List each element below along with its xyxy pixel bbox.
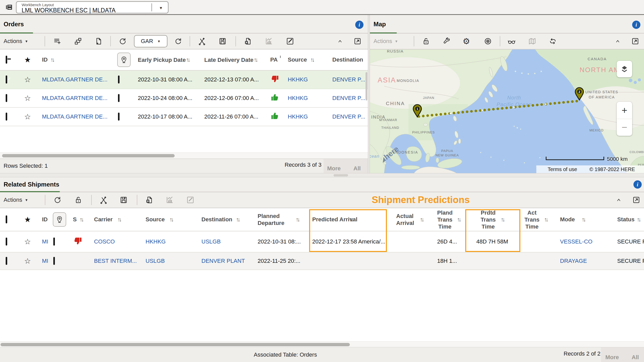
select-all-checkbox[interactable] bbox=[6, 215, 7, 223]
sort-icon[interactable] bbox=[420, 216, 423, 223]
destination-link[interactable]: DENVER P... bbox=[332, 113, 365, 120]
refresh-icon[interactable] bbox=[52, 195, 62, 205]
refresh-icon[interactable] bbox=[117, 36, 128, 46]
scrollbar-thumb[interactable] bbox=[2, 154, 175, 157]
shipment-id-link[interactable]: MI bbox=[42, 238, 48, 245]
column-pland-trans-time[interactable]: Pland Trans Time bbox=[434, 209, 455, 230]
column-carrier[interactable]: Carrier bbox=[94, 216, 113, 223]
open-in-new-window-icon[interactable] bbox=[352, 36, 363, 46]
unlock-icon[interactable] bbox=[421, 36, 431, 46]
sort-icon[interactable] bbox=[349, 216, 352, 223]
order-row[interactable]: MLDATA.GARTNER DE... 2022-10-31 08:00 A.… bbox=[0, 71, 368, 89]
s-checkbox[interactable] bbox=[53, 238, 55, 246]
favorite-star-icon[interactable] bbox=[24, 75, 31, 84]
map-actions-button[interactable]: Actions▼ bbox=[374, 38, 398, 45]
source-link[interactable]: HKHKG bbox=[288, 95, 308, 102]
sync-icon[interactable] bbox=[548, 36, 558, 46]
shipment-id-link[interactable]: MI bbox=[42, 258, 48, 264]
info-icon[interactable]: i bbox=[632, 21, 640, 29]
map-pin-column-button[interactable] bbox=[117, 53, 131, 67]
order-id-link[interactable]: MLDATA.GARTNER DE... bbox=[42, 76, 107, 83]
source-link[interactable]: HKHKG bbox=[146, 238, 166, 245]
column-s[interactable]: S bbox=[73, 216, 77, 223]
scrollbar-thumb[interactable] bbox=[1, 343, 350, 346]
mode-link[interactable]: DRAYAGE bbox=[560, 258, 587, 264]
wrench-icon[interactable] bbox=[442, 36, 452, 46]
collapse-panel-icon[interactable] bbox=[614, 195, 624, 205]
column-planned-departure[interactable]: Planned Departure bbox=[258, 213, 292, 226]
row-checkbox[interactable] bbox=[6, 238, 7, 246]
info-icon[interactable]: i bbox=[355, 21, 363, 29]
edit-icon[interactable] bbox=[185, 195, 196, 205]
source-link[interactable]: HKHKG bbox=[288, 113, 308, 120]
add-to-list-icon[interactable] bbox=[52, 36, 63, 46]
more-button[interactable]: More bbox=[327, 165, 341, 172]
sort-icon[interactable] bbox=[637, 216, 640, 223]
s-checkbox[interactable] bbox=[53, 257, 55, 265]
column-actual-arrival[interactable]: Actual Arrival bbox=[396, 213, 418, 226]
column-pa[interactable]: PA bbox=[270, 56, 278, 63]
map-layers-icon[interactable] bbox=[527, 36, 537, 46]
sort-icon[interactable] bbox=[117, 216, 121, 223]
shipment-row[interactable]: MI COSCO HKHKG USLGB 2022-10-31 08:... 2… bbox=[0, 231, 644, 252]
map-layers-button[interactable] bbox=[617, 61, 632, 77]
terms-of-use-link[interactable]: Terms of use bbox=[548, 166, 577, 172]
more-button[interactable]: More bbox=[605, 354, 619, 361]
glasses-icon[interactable] bbox=[506, 36, 517, 46]
map-pin-checkbox[interactable] bbox=[118, 94, 120, 102]
destination-link[interactable]: DENVER P... bbox=[332, 95, 365, 102]
open-in-new-window-icon[interactable] bbox=[631, 195, 641, 205]
sort-icon[interactable] bbox=[254, 56, 257, 63]
cut-icon[interactable] bbox=[98, 195, 109, 205]
cut-icon[interactable] bbox=[197, 36, 207, 46]
sort-icon[interactable] bbox=[582, 216, 585, 223]
order-row[interactable]: MLDATA.GARTNER DE... 2022-10-17 08:00 A.… bbox=[0, 108, 368, 126]
favorite-star-icon[interactable] bbox=[24, 94, 31, 103]
info-icon[interactable]: i bbox=[633, 180, 642, 189]
column-mode[interactable]: Mode bbox=[560, 216, 575, 223]
destination-link[interactable]: DENVER P... bbox=[332, 76, 365, 83]
shipments-actions-button[interactable]: Actions▼ bbox=[4, 197, 28, 203]
sort-icon[interactable] bbox=[457, 216, 460, 223]
bullseye-icon[interactable] bbox=[483, 36, 493, 46]
collapse-panel-icon[interactable] bbox=[613, 36, 623, 46]
column-destination[interactable]: Destination bbox=[332, 56, 363, 63]
sort-icon[interactable] bbox=[236, 216, 239, 223]
vertical-scrollbar[interactable] bbox=[366, 72, 367, 100]
workbench-layout-select[interactable]: Workbench Layout LML WORKBENCH ESC | MLD… bbox=[16, 1, 168, 13]
row-checkbox[interactable] bbox=[6, 257, 7, 265]
sort-icon[interactable] bbox=[186, 56, 189, 63]
horizontal-scrollbar[interactable] bbox=[0, 341, 644, 348]
sort-icon[interactable] bbox=[50, 56, 54, 63]
sort-icon[interactable] bbox=[296, 216, 299, 223]
shipment-row[interactable]: MI BEST INTERM... USLGB DENVER PLANT 202… bbox=[0, 252, 644, 270]
order-id-link[interactable]: MLDATA.GARTNER DE... bbox=[42, 113, 107, 120]
column-late-delivery[interactable]: Late Delivery Date bbox=[204, 56, 255, 63]
column-source[interactable]: Source bbox=[288, 56, 307, 63]
all-button[interactable]: All bbox=[353, 165, 361, 172]
splitter-handle[interactable] bbox=[334, 174, 348, 176]
chevron-down-icon[interactable]: ▼ bbox=[159, 6, 163, 10]
favorite-column-icon[interactable] bbox=[24, 215, 31, 224]
carrier-link[interactable]: COSCO bbox=[94, 238, 115, 245]
column-prdtd-trans-time[interactable]: Prdtd Trans Time bbox=[478, 209, 499, 230]
column-status[interactable]: Status bbox=[617, 216, 634, 223]
horizontal-scrollbar[interactable] bbox=[0, 153, 368, 159]
destination-link[interactable]: USLGB bbox=[201, 238, 221, 245]
order-row[interactable]: MLDATA.GARTNER DE... 2022-10-24 08:00 A.… bbox=[0, 89, 368, 108]
open-in-new-window-icon[interactable] bbox=[630, 36, 640, 46]
favorite-column-icon[interactable] bbox=[24, 55, 31, 64]
sort-icon[interactable] bbox=[544, 216, 547, 223]
column-act-trans-time[interactable]: Act Trans Time bbox=[521, 209, 543, 230]
favorite-star-icon[interactable] bbox=[24, 257, 31, 265]
collapse-panel-icon[interactable] bbox=[335, 36, 345, 46]
panel-splitter-vertical[interactable] bbox=[368, 15, 370, 173]
zoom-in-button[interactable]: + bbox=[617, 102, 632, 119]
panel-splitter-horizontal[interactable] bbox=[0, 173, 644, 177]
column-id[interactable]: ID bbox=[42, 56, 48, 63]
sort-icon[interactable] bbox=[501, 216, 504, 223]
chart-icon[interactable] bbox=[165, 195, 175, 205]
orders-actions-button[interactable]: Actions▼ bbox=[4, 38, 28, 45]
row-checkbox[interactable] bbox=[6, 94, 7, 102]
carrier-link[interactable]: BEST INTERM... bbox=[94, 258, 137, 264]
